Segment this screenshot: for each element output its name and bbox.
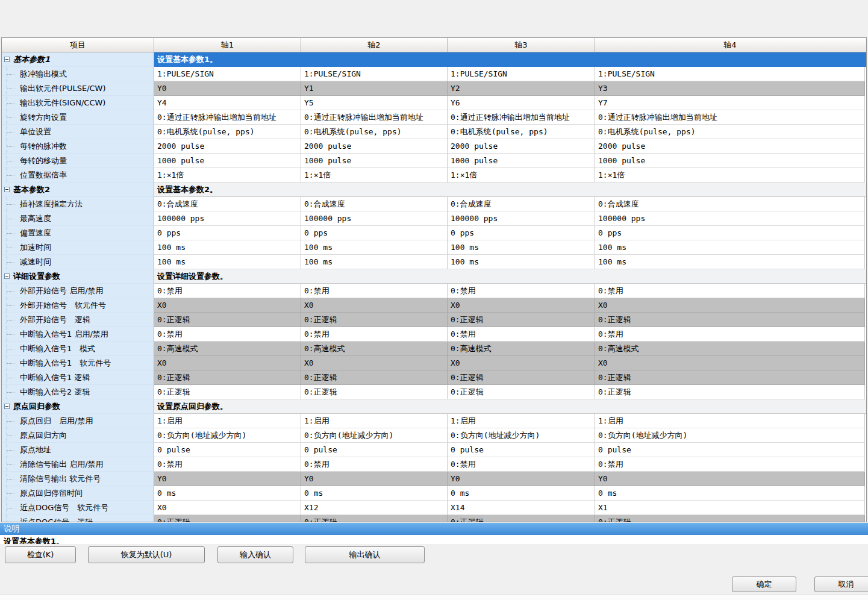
param-value-cell-axis2[interactable]: X12	[301, 501, 448, 515]
param-value-cell-axis2[interactable]: 2000 pulse	[301, 139, 448, 154]
tree-item-label[interactable]: 位置数据倍率	[2, 168, 154, 183]
param-value-cell-axis4[interactable]: 1:×1倍	[595, 168, 865, 183]
param-value-cell-axis3[interactable]: 0 ms	[448, 486, 595, 501]
param-value-cell-axis4[interactable]: Y0	[595, 472, 865, 486]
tree-group-item[interactable]: 详细设置参数	[2, 269, 154, 284]
param-value-cell-axis1[interactable]: 0 ms	[154, 486, 301, 501]
param-value-cell-axis4[interactable]: 0:高速模式	[595, 342, 865, 356]
param-value-cell-axis2[interactable]: 1:PULSE/SIGN	[301, 67, 448, 81]
param-value-cell-axis2[interactable]: 0:电机系统(pulse, pps)	[301, 125, 448, 139]
tree-item-label[interactable]: 旋转方向设置	[2, 110, 154, 125]
param-value-cell-axis3[interactable]: 0:正逻辑	[448, 385, 595, 399]
param-value-cell-axis2[interactable]: 0 ms	[301, 486, 448, 501]
param-value-cell-axis1[interactable]: 100 ms	[154, 240, 301, 255]
param-value-cell-axis1[interactable]: 0:合成速度	[154, 197, 301, 211]
param-value-cell-axis3[interactable]: 1:×1倍	[448, 168, 595, 183]
tree-item-label[interactable]: 中断输入信号1 模式	[2, 342, 154, 356]
param-value-cell-axis1[interactable]: 0:电机系统(pulse, pps)	[154, 125, 301, 139]
param-value-cell-axis1[interactable]: X0	[154, 298, 301, 313]
param-value-cell-axis3[interactable]: 100 ms	[448, 240, 595, 255]
tree-item-label[interactable]: 输出软元件(PULSE/CW)	[2, 81, 154, 96]
param-value-cell-axis4[interactable]: 0:合成速度	[595, 197, 865, 211]
param-value-cell-axis1[interactable]: 0:禁用	[154, 284, 301, 298]
param-value-cell-axis2[interactable]: 0:合成速度	[301, 197, 448, 211]
restore-default-button[interactable]: 恢复为默认(U)	[88, 546, 205, 563]
tree-item-label[interactable]: 原点回归 启用/禁用	[2, 414, 154, 428]
param-value-cell-axis3[interactable]: 0 pulse	[448, 443, 595, 457]
tree-item-label[interactable]: 输出软元件(SIGN/CCW)	[2, 96, 154, 110]
param-value-cell-axis1[interactable]: 2000 pulse	[154, 139, 301, 154]
param-value-cell-axis1[interactable]: X0	[154, 356, 301, 370]
param-value-cell-axis1[interactable]: 100000 pps	[154, 211, 301, 226]
param-value-cell-axis2[interactable]: Y0	[301, 472, 448, 486]
tree-item-label[interactable]: 原点地址	[2, 443, 154, 457]
param-value-cell-axis3[interactable]: 0:通过正转脉冲输出增加当前地址	[448, 110, 595, 125]
input-confirm-button[interactable]: 输入确认	[217, 546, 293, 563]
param-value-cell-axis3[interactable]: 0:正逻辑	[448, 515, 595, 522]
tree-item-label[interactable]: 中断输入信号2 逻辑	[2, 385, 154, 399]
param-value-cell-axis1[interactable]: 1:PULSE/SIGN	[154, 67, 301, 81]
tree-item-label[interactable]: 减速时间	[2, 255, 154, 269]
param-value-cell-axis3[interactable]: 0:禁用	[448, 327, 595, 342]
param-value-cell-axis4[interactable]: 1:启用	[595, 414, 865, 428]
param-value-cell-axis2[interactable]: 0:禁用	[301, 327, 448, 342]
param-value-cell-axis3[interactable]: X14	[448, 501, 595, 515]
param-value-cell-axis4[interactable]: 0:禁用	[595, 457, 865, 472]
param-value-cell-axis3[interactable]: 0:负方向(地址减少方向)	[448, 428, 595, 443]
param-value-cell-axis2[interactable]: 0:高速模式	[301, 342, 448, 356]
param-value-cell-axis2[interactable]: 0:正逻辑	[301, 515, 448, 522]
param-value-cell-axis1[interactable]: 1000 pulse	[154, 154, 301, 168]
param-value-cell-axis4[interactable]: 1:PULSE/SIGN	[595, 67, 865, 81]
tree-item-label[interactable]: 清除信号输出 软元件号	[2, 472, 154, 486]
check-button[interactable]: 检查(K)	[5, 546, 76, 563]
group-band[interactable]: 设置详细设置参数。	[154, 269, 866, 284]
tree-item-label[interactable]: 中断输入信号1 软元件号	[2, 356, 154, 370]
param-value-cell-axis1[interactable]: 0:禁用	[154, 457, 301, 472]
tree-item-label[interactable]: 外部开始信号 逻辑	[2, 313, 154, 327]
param-value-cell-axis1[interactable]: 0:正逻辑	[154, 385, 301, 399]
param-value-cell-axis4[interactable]: Y3	[595, 81, 865, 96]
param-value-cell-axis4[interactable]: X0	[595, 356, 865, 370]
tree-item-label[interactable]: 脉冲输出模式	[2, 67, 154, 81]
param-value-cell-axis1[interactable]: 0 pps	[154, 226, 301, 240]
param-value-cell-axis2[interactable]: 0:禁用	[301, 457, 448, 472]
tree-item-label[interactable]: 外部开始信号 软元件号	[2, 298, 154, 313]
tree-item-label[interactable]: 每转的脉冲数	[2, 139, 154, 154]
param-value-cell-axis2[interactable]: 1:启用	[301, 414, 448, 428]
param-value-cell-axis1[interactable]: X0	[154, 501, 301, 515]
param-value-cell-axis1[interactable]: 0:正逻辑	[154, 370, 301, 385]
param-value-cell-axis2[interactable]: 1000 pulse	[301, 154, 448, 168]
param-value-cell-axis4[interactable]: 100 ms	[595, 240, 865, 255]
param-value-cell-axis4[interactable]: 0 pps	[595, 226, 865, 240]
param-value-cell-axis4[interactable]: 0:正逻辑	[595, 370, 865, 385]
param-value-cell-axis3[interactable]: Y0	[448, 472, 595, 486]
collapse-icon[interactable]	[4, 404, 10, 409]
param-value-cell-axis3[interactable]: 1:PULSE/SIGN	[448, 67, 595, 81]
tree-item-label[interactable]: 近点DOG信号 逻辑	[2, 515, 154, 522]
param-value-cell-axis3[interactable]: 1000 pulse	[448, 154, 595, 168]
param-value-cell-axis4[interactable]: 0:负方向(地址减少方向)	[595, 428, 865, 443]
param-value-cell-axis2[interactable]: 0:通过正转脉冲输出增加当前地址	[301, 110, 448, 125]
param-value-cell-axis1[interactable]: 0:负方向(地址减少方向)	[154, 428, 301, 443]
tree-item-label[interactable]: 原点回归停留时间	[2, 486, 154, 501]
param-value-cell-axis3[interactable]: Y2	[448, 81, 595, 96]
param-value-cell-axis2[interactable]: Y5	[301, 96, 448, 110]
param-value-cell-axis1[interactable]: 0 pulse	[154, 443, 301, 457]
param-value-cell-axis4[interactable]: 0:电机系统(pulse, pps)	[595, 125, 865, 139]
param-value-cell-axis4[interactable]: 0:禁用	[595, 284, 865, 298]
param-value-cell-axis3[interactable]: Y6	[448, 96, 595, 110]
param-value-cell-axis3[interactable]: 1:启用	[448, 414, 595, 428]
param-value-cell-axis3[interactable]: 2000 pulse	[448, 139, 595, 154]
param-value-cell-axis2[interactable]: 100000 pps	[301, 211, 448, 226]
output-confirm-button[interactable]: 输出确认	[305, 546, 425, 563]
param-value-cell-axis1[interactable]: Y4	[154, 96, 301, 110]
param-value-cell-axis4[interactable]: X0	[595, 298, 865, 313]
param-value-cell-axis3[interactable]: 0:合成速度	[448, 197, 595, 211]
param-value-cell-axis3[interactable]: X0	[448, 298, 595, 313]
param-value-cell-axis2[interactable]: X0	[301, 298, 448, 313]
param-value-cell-axis2[interactable]: Y1	[301, 81, 448, 96]
tree-item-label[interactable]: 外部开始信号 启用/禁用	[2, 284, 154, 298]
tree-item-label[interactable]: 加速时间	[2, 240, 154, 255]
param-value-cell-axis4[interactable]: X1	[595, 501, 865, 515]
param-value-cell-axis3[interactable]: 100 ms	[448, 255, 595, 269]
